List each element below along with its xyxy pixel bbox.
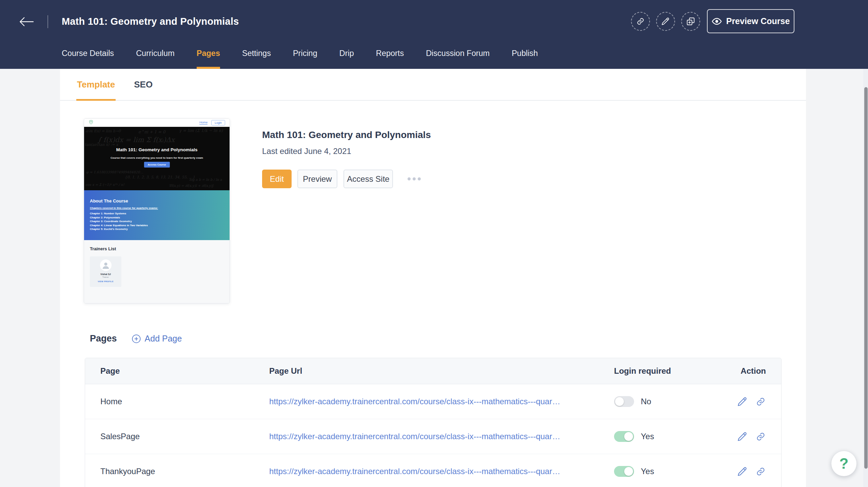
add-page-label: Add Page [145, 334, 182, 344]
access-site-button[interactable]: Access Site [343, 170, 393, 188]
hero-formula-texture: φ ≈ 1.61803398874989484820… [86, 170, 143, 174]
login-required-label: Yes [641, 432, 654, 441]
hero-formula-texture: γ = lim (Σ 1/k − ln n) [179, 128, 223, 133]
chapter-item: Chapter 5: Euclid's Geometry [90, 227, 225, 231]
tab-pages[interactable]: Pages [197, 49, 220, 69]
pages-table: Page Page Url Login required Action Home… [85, 358, 782, 487]
tab-settings[interactable]: Settings [242, 49, 271, 69]
tab-curriculum[interactable]: Curriculum [136, 49, 175, 69]
chapter-item: Chapter 2: Polynomials [90, 216, 225, 220]
tab-discussion-forum[interactable]: Discussion Forum [426, 49, 490, 69]
copy-page-link-button[interactable] [755, 396, 766, 407]
scrollbar-thumb[interactable] [864, 87, 868, 469]
scrollbar-track[interactable] [863, 69, 868, 487]
template-thumbnail: Home Login ∂/∂x f(x) = lim h→0 ∫ f(x)dx … [84, 118, 230, 304]
app-header: Math 101: Geometry and Polynomials [0, 0, 868, 69]
pages-section-header: Pages Add Page [90, 333, 182, 344]
edit-page-button[interactable] [737, 431, 748, 442]
tab-reports[interactable]: Reports [376, 49, 404, 69]
more-options-button[interactable] [406, 174, 422, 184]
thumbnail-trainers-section: Trainers List Vishal SJ Trainer VIEW PRO… [84, 240, 230, 303]
preview-course-button[interactable]: Preview Course [707, 9, 794, 33]
last-edited-text: Last edited June 4, 2021 [262, 147, 431, 156]
hero-formula-texture: ∇f(x,y) = ∂f(x,y)î + ∂f(x,y)ĵ [169, 184, 213, 188]
edit-course-button[interactable] [656, 12, 675, 31]
page-url-link[interactable]: https://zylker-academy.trainercentral.co… [269, 397, 614, 406]
login-required-toggle[interactable] [614, 466, 634, 477]
thumbnail-hero-subtitle: Course that covers everything you need t… [84, 156, 230, 159]
pencil-icon [737, 431, 748, 442]
pages-screen: Math 101: Geometry and Polynomials [0, 0, 868, 487]
pencil-icon [737, 396, 748, 407]
help-button[interactable]: ? [831, 451, 856, 476]
login-required-label: Yes [641, 467, 654, 476]
trainer-card: Vishal SJ Trainer VIEW PROFILE [90, 256, 121, 287]
person-icon [101, 261, 110, 270]
hero-formula-texture: tan(arctan x) := x [85, 142, 118, 147]
preview-button[interactable]: Preview [297, 170, 337, 188]
subtab-seo[interactable]: SEO [133, 79, 153, 101]
page-name: Home [100, 397, 269, 406]
table-row-home: Home https://zylker-academy.trainercentr… [85, 384, 781, 419]
col-header-page: Page [100, 366, 269, 376]
chapter-item: Chapter 4: Linear Equations in Two Varia… [90, 223, 225, 228]
course-tab-bar: Course Details Curriculum Pages Settings… [62, 49, 538, 69]
course-title: Math 101: Geometry and Polynomials [262, 129, 431, 141]
trainer-role: Trainer [102, 276, 109, 278]
pages-heading: Pages [90, 333, 117, 344]
thumbnail-hero-title: Math 101: Geometry and Polynomials [84, 147, 230, 152]
link-icon [755, 431, 766, 442]
hero-formula-texture: {0, 1, 1, 2, 3, 5, 8, 13, 21, 34, 55, …} [125, 175, 195, 179]
back-arrow-icon [19, 16, 34, 27]
login-required-label: No [641, 397, 651, 406]
copy-page-link-button[interactable] [755, 431, 766, 442]
thumbnail-home-link: Home [199, 121, 208, 125]
page-name: SalesPage [100, 432, 269, 441]
eye-icon [712, 16, 722, 26]
subtab-bar: Template SEO [60, 69, 806, 101]
col-header-action: Action [719, 366, 766, 376]
thumbnail-login-button: Login [211, 120, 225, 125]
copy-link-button[interactable] [631, 12, 650, 31]
table-row-thankyoupage: ThankyouPage https://zylker-academy.trai… [85, 454, 781, 487]
content-panel: Template SEO Home Login ∂/∂x f(x) = lim … [60, 69, 806, 487]
page-url-link[interactable]: https://zylker-academy.trainercentral.co… [269, 467, 614, 476]
pencil-icon [661, 17, 670, 26]
about-intro: Chapters covered in this course for quar… [90, 207, 225, 210]
edit-page-button[interactable] [737, 466, 748, 477]
pencil-icon [737, 466, 748, 477]
edit-page-button[interactable] [737, 396, 748, 407]
duplicate-course-button[interactable] [681, 12, 700, 31]
tab-course-details[interactable]: Course Details [62, 49, 114, 69]
about-heading: About The Course [90, 198, 225, 203]
page-name: ThankyouPage [100, 467, 269, 476]
copy-page-link-button[interactable] [755, 466, 766, 477]
trainer-avatar [100, 259, 112, 271]
login-required-toggle[interactable] [614, 396, 634, 407]
trainer-name: Vishal SJ [100, 273, 111, 275]
tab-publish[interactable]: Publish [512, 49, 538, 69]
tab-pricing[interactable]: Pricing [293, 49, 317, 69]
link-icon [636, 17, 645, 26]
course-actions: Edit Preview Access Site [262, 170, 431, 188]
preview-course-label: Preview Course [726, 16, 790, 26]
back-button[interactable] [18, 15, 35, 28]
add-page-button[interactable]: Add Page [132, 334, 182, 344]
hero-formula-texture: ∂/∂x f(x) = lim h→0 [85, 129, 121, 133]
page-url-link[interactable]: https://zylker-academy.trainercentral.co… [269, 432, 614, 441]
table-row-salespage: SalesPage https://zylker-academy.trainer… [85, 419, 781, 454]
trainers-heading: Trainers List [90, 246, 224, 251]
login-required-toggle[interactable] [614, 431, 634, 442]
course-header-title: Math 101: Geometry and Polynomials [62, 16, 239, 27]
hero-formula-texture: log a b = ln b / ln a [189, 178, 222, 181]
link-icon [755, 396, 766, 407]
thumbnail-navbar: Home Login [84, 119, 230, 127]
edit-button[interactable]: Edit [262, 170, 292, 188]
academy-logo-icon [88, 120, 94, 126]
hero-formula-texture: cos x = Σ (−1)ⁿ x²ⁿ / n! [85, 183, 124, 187]
course-info: Math 101: Geometry and Polynomials Last … [262, 129, 431, 188]
thumbnail-about-section: About The Course Chapters covered in thi… [84, 190, 230, 240]
col-header-page-url: Page Url [269, 366, 614, 376]
subtab-template[interactable]: Template [76, 79, 116, 101]
tab-drip[interactable]: Drip [339, 49, 354, 69]
